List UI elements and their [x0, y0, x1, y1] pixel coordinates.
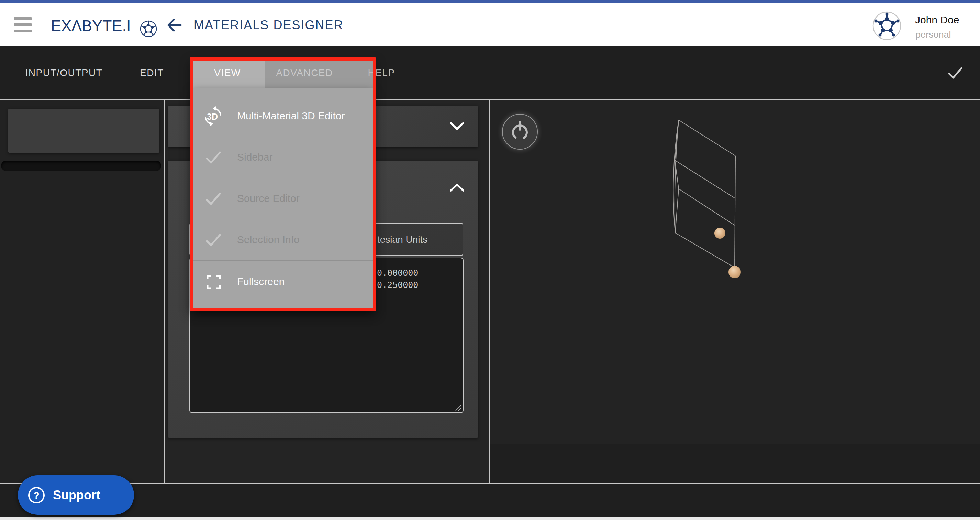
page-title: MATERIALS DESIGNER: [194, 18, 343, 32]
check-icon: [205, 191, 221, 207]
power-button[interactable]: [502, 114, 538, 150]
confirm-check-icon[interactable]: [947, 65, 964, 80]
menu-item-advanced[interactable]: ADVANCED: [276, 67, 333, 78]
footer-bar: [0, 483, 980, 517]
atom: [729, 266, 741, 278]
chevron-up-icon[interactable]: [449, 183, 465, 192]
viewer-bottom-strip: [490, 444, 980, 483]
sidebar-scroll-bar[interactable]: [1, 161, 161, 171]
header-bar: EXΛBYTE.I MATERIALS DESIGNER: [0, 3, 980, 46]
menu-option-fullscreen[interactable]: Fullscreen: [237, 276, 285, 287]
menu-option-multi-material-3d-editor[interactable]: Multi-Material 3D Editor: [237, 110, 345, 122]
material-list-item[interactable]: [8, 108, 159, 153]
avatar[interactable]: [872, 11, 901, 40]
app-window: EXΛBYTE.I MATERIALS DESIGNER: [0, 0, 980, 520]
page-bottom-strip: [0, 517, 980, 520]
support-button[interactable]: ? Support: [18, 475, 134, 515]
chevron-down-icon[interactable]: [449, 122, 465, 131]
menu-item-view[interactable]: VIEW: [214, 67, 241, 78]
menu-option-source-editor[interactable]: Source Editor: [237, 193, 300, 204]
user-plan: personal: [915, 30, 951, 40]
check-icon: [205, 232, 221, 248]
menu-option-sidebar[interactable]: Sidebar: [237, 152, 272, 163]
footer-divider: [0, 483, 980, 483]
fullscreen-icon: [206, 274, 221, 290]
brand-logo-text: EXΛBYTE.I: [51, 17, 131, 35]
hamburger-menu-icon[interactable]: [14, 17, 32, 32]
code-line: 0.250000: [377, 280, 418, 290]
units-label: tesian Units: [377, 234, 428, 245]
resize-handle-icon[interactable]: [453, 402, 462, 412]
code-line: 0.000000: [377, 268, 418, 278]
support-label: Support: [53, 488, 100, 502]
back-arrow-icon[interactable]: [166, 18, 182, 32]
3d-rotate-icon: 3D: [202, 105, 224, 127]
top-accent-strip: [0, 0, 980, 3]
menu-option-selection-info[interactable]: Selection Info: [237, 234, 300, 246]
sidebar-divider: [164, 100, 165, 483]
svg-text:?: ?: [33, 490, 39, 501]
help-question-icon: ?: [27, 486, 45, 504]
power-icon: [509, 121, 531, 143]
menu-item-edit[interactable]: EDIT: [140, 67, 164, 78]
svg-text:3D: 3D: [207, 112, 218, 121]
menu-item-input-output[interactable]: INPUT/OUTPUT: [25, 67, 103, 78]
crystal-wireframe: [667, 113, 749, 286]
check-icon: [205, 150, 221, 166]
atom: [714, 228, 725, 239]
user-name: John Doe: [915, 14, 959, 26]
menu-item-help[interactable]: HELP: [368, 67, 395, 78]
materials-sidebar: [0, 100, 164, 483]
menu-divider: [193, 260, 373, 261]
brand-fullerene-icon: [140, 20, 158, 38]
